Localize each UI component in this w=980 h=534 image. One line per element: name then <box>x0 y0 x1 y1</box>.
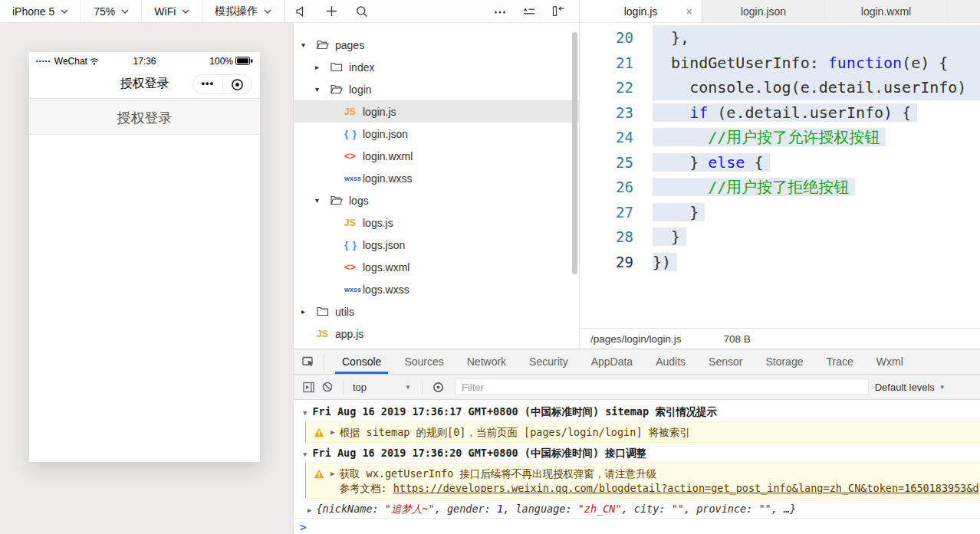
tree-item-label: logs <box>349 195 369 207</box>
capsule-more-button[interactable]: ••• <box>193 78 222 91</box>
tree-item-logs.json[interactable]: { }logs.json <box>294 234 579 256</box>
file-path-label: /pages/login/login.js <box>590 333 682 345</box>
main-area: ••••• WeChat 17:36 100% 授权登录 <box>0 23 980 534</box>
editor-tab-login.json[interactable]: login.json <box>702 0 825 22</box>
debugger-tab-trace[interactable]: Trace <box>814 349 864 374</box>
chevron-down-icon <box>264 9 271 14</box>
console-sidebar-icon[interactable] <box>300 382 318 393</box>
editor-tab-login.wxml[interactable]: login.wxml <box>825 0 948 22</box>
tree-item-logs.wxss[interactable]: wxsslogs.wxss <box>294 278 579 300</box>
folder-closed-icon <box>331 62 349 72</box>
tree-item-label: index <box>349 61 374 74</box>
tree-item-index[interactable]: ▸index <box>294 56 579 78</box>
debugger-tab-appdata[interactable]: AppData <box>580 349 644 374</box>
code-area[interactable]: 20 },21 bindGetUserInfo: function(e) {22… <box>580 23 980 328</box>
speaker-icon <box>296 6 306 17</box>
more-button[interactable] <box>494 6 506 17</box>
object-preview: {nickName: "追梦人~", gender: 1, language: … <box>316 503 796 515</box>
chevron-down-icon <box>182 9 189 14</box>
authorize-login-button[interactable]: 授权登录 <box>29 100 260 135</box>
tree-item-login.js[interactable]: JSlogin.js <box>294 100 579 123</box>
tree-item-logs.wxml[interactable]: <>logs.wxml <box>294 256 579 278</box>
warning-doc-link[interactable]: https://developers.weixin.qq.com/blogdet… <box>393 482 979 494</box>
tree-item-login.wxss[interactable]: wxsslogin.wxss <box>294 167 579 189</box>
console-group-label: Fri Aug 16 2019 17:36:17 GMT+0800 (中国标准时… <box>312 405 717 418</box>
console-group-row[interactable]: ▼Fri Aug 16 2019 17:36:17 GMT+0800 (中国标准… <box>294 401 980 421</box>
debugger-tab-network[interactable]: Network <box>455 349 518 374</box>
clear-console-button[interactable] <box>318 381 337 393</box>
device-select[interactable]: iPhone 5 <box>0 0 81 22</box>
debugger-tab-label: Sources <box>404 355 443 368</box>
add-compile-mode-button[interactable] <box>316 0 347 22</box>
zoom-select[interactable]: 75% <box>81 0 142 22</box>
outline-icon[interactable] <box>523 6 535 16</box>
console-group-row[interactable]: ▼Fri Aug 16 2019 17:36:20 GMT+0800 (中国标准… <box>294 443 980 463</box>
expand-icon[interactable]: ▶ <box>331 425 334 440</box>
eye-icon[interactable] <box>429 381 447 394</box>
search-button[interactable] <box>347 0 377 22</box>
console-toolbar: top ▼ Default levels ▼ <box>294 375 980 400</box>
capsule-close-button[interactable] <box>223 78 252 91</box>
editor-tab-bar: login.js×login.jsonlogin.wxml <box>579 0 980 22</box>
selection-highlight: if (e.detail.userInfo) { <box>653 103 917 122</box>
chevron-down-icon[interactable]: ▼ <box>303 409 307 417</box>
debugger-tab-wxml[interactable]: Wxml <box>865 349 915 374</box>
line-number: 20 <box>580 25 633 51</box>
line-number: 24 <box>580 125 633 150</box>
debugger-tab-sources[interactable]: Sources <box>393 349 455 374</box>
tree-item-utils[interactable]: ▸utils <box>294 300 579 323</box>
console-warning-row[interactable]: ▶获取 wx.getUserInfo 接口后续将不再出现授权弹窗，请注意升级参考… <box>305 463 980 499</box>
file-tree: ▾pages▸index▾loginJSlogin.js{ }login.jso… <box>294 23 579 349</box>
close-icon[interactable]: × <box>686 5 692 16</box>
context-selector[interactable]: top ▼ <box>350 382 416 393</box>
tree-item-label: login <box>349 84 372 96</box>
inspect-element-button[interactable] <box>299 349 317 374</box>
chevron-down-icon[interactable]: ▾ <box>315 85 331 93</box>
toolbar-divider <box>343 380 344 394</box>
chevron-right-icon[interactable]: ▸ <box>315 63 331 71</box>
tree-item-logs.js[interactable]: JSlogs.js <box>294 211 579 234</box>
plus-icon <box>326 5 337 17</box>
tree-item-login[interactable]: ▾login <box>294 78 579 100</box>
tree-item-login.wxml[interactable]: <>login.wxml <box>294 145 579 167</box>
debugger-tab-console[interactable]: Console <box>331 349 393 374</box>
console-prompt[interactable]: > <box>294 519 980 534</box>
log-levels-selector[interactable]: Default levels ▼ <box>875 382 945 393</box>
warning-icon <box>314 428 324 437</box>
tree-item-app.js[interactable]: JSapp.js <box>294 323 579 345</box>
code-text: console.log(e.detail.userInfo) <box>633 75 980 100</box>
tree-item-login.json[interactable]: { }login.json <box>294 123 579 145</box>
line-number: 25 <box>580 150 633 175</box>
expand-icon[interactable]: ▶ <box>307 506 311 514</box>
mute-button[interactable] <box>285 0 316 22</box>
code-line: 24 //用户按了允许授权按钮 <box>580 125 980 150</box>
chevron-right-icon[interactable]: ▸ <box>301 307 317 316</box>
search-icon <box>356 5 368 18</box>
tree-item-pages[interactable]: ▾pages <box>294 34 579 56</box>
page-title: 授权登录 <box>120 76 169 92</box>
editor-tab-login.js[interactable]: login.js× <box>580 0 702 22</box>
network-select[interactable]: WiFi <box>142 0 202 22</box>
tree-item-label: logs.wxml <box>363 261 409 274</box>
folder-open-icon <box>331 195 349 205</box>
debugger-tab-storage[interactable]: Storage <box>754 349 814 374</box>
collapse-editor-icon[interactable] <box>552 5 565 17</box>
debugger-tab-label: Security <box>529 355 568 368</box>
tree-scrollbar-thumb[interactable] <box>572 32 577 274</box>
chevron-down-icon[interactable]: ▾ <box>315 196 331 205</box>
debugger-tab-security[interactable]: Security <box>518 349 580 374</box>
debugger-tab-sensor[interactable]: Sensor <box>697 349 754 374</box>
tree-item-logs[interactable]: ▾logs <box>294 189 579 211</box>
console-warning-row[interactable]: ▶根据 sitemap 的规则[0]，当前页面 [pages/login/log… <box>305 421 980 443</box>
filter-input[interactable] <box>455 378 869 395</box>
chevron-down-icon[interactable]: ▼ <box>303 450 307 458</box>
console-log-row[interactable]: ▶{nickName: "追梦人~", gender: 1, language:… <box>294 499 980 519</box>
debugger-tab-audits[interactable]: Audits <box>644 349 697 374</box>
chevron-down-icon[interactable]: ▾ <box>301 41 317 49</box>
wxml-file-icon: <> <box>344 150 363 162</box>
expand-icon[interactable]: ▶ <box>331 467 334 481</box>
line-number: 28 <box>580 224 633 250</box>
tree-item-label: utils <box>335 306 354 318</box>
debugger-tab-label: Sensor <box>709 355 742 368</box>
simulate-actions-select[interactable]: 模拟操作 <box>202 0 284 22</box>
